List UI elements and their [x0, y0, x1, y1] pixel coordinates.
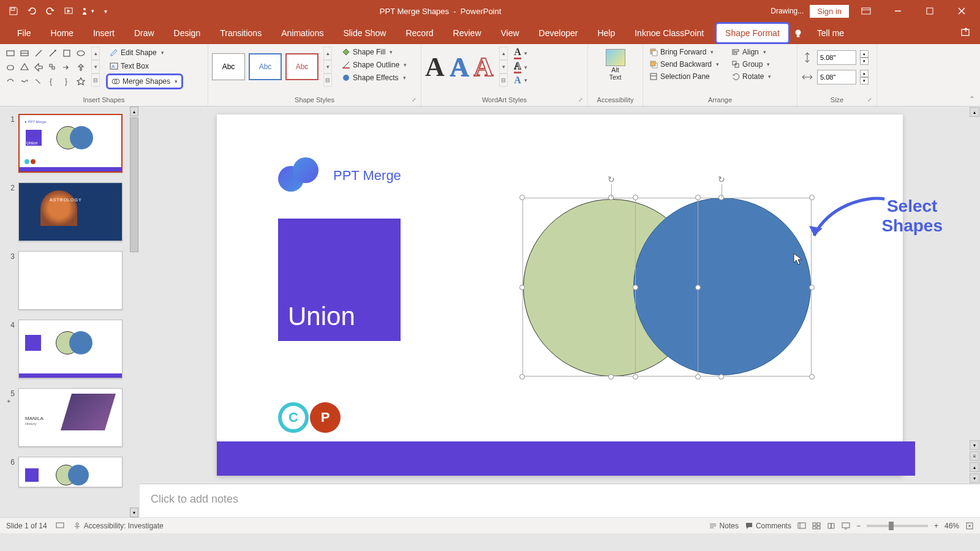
wordart-launcher-icon[interactable]: ⤢: [578, 97, 586, 104]
tab-file[interactable]: File: [9, 24, 40, 42]
tab-insert[interactable]: Insert: [85, 24, 123, 42]
group-label-arrange: Arrange: [647, 95, 793, 105]
notes-toggle[interactable]: Notes: [709, 522, 739, 530]
thumbnail-slide-2[interactable]: ASTROLOGY: [18, 182, 123, 241]
ribbon-tabs: File Home Insert Draw Design Transitions…: [0, 22, 980, 44]
thumbnail-slide-1[interactable]: ● PPT Merge Union: [18, 114, 123, 173]
redo-icon[interactable]: [42, 2, 59, 20]
annotation-arrow-icon: [805, 193, 891, 248]
zoom-in-button[interactable]: +: [934, 522, 938, 530]
thumbnail-slide-4[interactable]: [18, 320, 123, 378]
svg-rect-5: [927, 8, 933, 14]
svg-rect-43: [798, 523, 805, 528]
tab-record[interactable]: Record: [397, 24, 442, 42]
merge-shapes-button[interactable]: Merge Shapes▾: [106, 73, 183, 89]
send-backward-button[interactable]: Send Backward▾: [647, 59, 722, 70]
touch-mode-icon[interactable]: ▾: [78, 2, 96, 20]
shape-effects-button[interactable]: Shape Effects▾: [339, 72, 409, 83]
text-fill-button[interactable]: A▾: [514, 47, 527, 59]
group-accessibility: AltText Accessibility: [588, 44, 643, 106]
tab-review[interactable]: Review: [445, 24, 490, 42]
shape-gallery[interactable]: { }: [4, 47, 88, 88]
selected-shapes-group[interactable]: ↻ ↻ Select Shapes: [523, 176, 811, 365]
tab-help[interactable]: Help: [589, 24, 624, 42]
slide-canvas[interactable]: PPT Merge Union CP: [217, 114, 903, 476]
svg-rect-47: [813, 527, 816, 529]
qat: ▾ ▾: [0, 2, 114, 20]
align-button[interactable]: Align▾: [729, 47, 774, 58]
tab-design[interactable]: Design: [165, 24, 209, 42]
tab-slide-show[interactable]: Slide Show: [334, 24, 394, 42]
tab-animations[interactable]: Animations: [273, 24, 332, 42]
svg-rect-10: [962, 29, 969, 36]
slide-thumbnail-pane[interactable]: 1 ● PPT Merge Union 2 ASTROLOGY 3 4 5✦ M…: [0, 107, 140, 517]
shape-fill-button[interactable]: Shape Fill▾: [339, 47, 409, 58]
zoom-slider[interactable]: [867, 525, 928, 527]
workspace: 1 ● PPT Merge Union 2 ASTROLOGY 3 4 5✦ M…: [0, 107, 980, 517]
group-shape-styles: Abc Abc Abc ▴▾⊟ Shape Fill▾ Shape Outlin…: [208, 44, 421, 106]
height-input[interactable]: [817, 50, 856, 65]
thumbnail-slide-5[interactable]: MANILA History: [18, 388, 123, 447]
text-effects-button[interactable]: A▾: [514, 75, 527, 86]
collapse-ribbon-icon[interactable]: ⌃: [969, 95, 975, 103]
svg-rect-18: [7, 66, 13, 70]
size-launcher-icon[interactable]: ⤢: [867, 97, 875, 104]
shape-height[interactable]: ▴▾: [801, 50, 869, 65]
tab-transitions[interactable]: Transitions: [211, 24, 270, 42]
shape-gallery-more[interactable]: ▴▾⊟: [91, 47, 100, 87]
comments-button[interactable]: Comments: [745, 522, 791, 530]
shape-width[interactable]: ▴▾: [801, 70, 869, 84]
minimize-icon[interactable]: [883, 1, 913, 21]
slideshow-view-icon[interactable]: [842, 522, 850, 530]
maximize-icon[interactable]: [915, 1, 944, 21]
ribbon-display-icon[interactable]: [851, 1, 881, 21]
tab-view[interactable]: View: [492, 24, 528, 42]
edit-shape-button[interactable]: Edit Shape▾: [106, 47, 183, 59]
thumbnail-slide-6[interactable]: [18, 457, 123, 487]
share-icon[interactable]: [960, 26, 971, 40]
slide-app-icons: CP: [278, 402, 341, 433]
tab-developer[interactable]: Developer: [530, 24, 587, 42]
svg-point-8: [795, 29, 801, 35]
status-display-settings[interactable]: [56, 522, 64, 530]
zoom-level[interactable]: 46%: [944, 522, 959, 530]
width-input[interactable]: [817, 70, 856, 84]
bring-forward-button[interactable]: Bring Forward▾: [647, 47, 722, 58]
thumbnail-slide-3[interactable]: [18, 251, 123, 310]
slide-sorter-icon[interactable]: [812, 522, 821, 530]
undo-icon[interactable]: [23, 2, 40, 20]
thumbnail-scrollbar[interactable]: ▴ ▾: [129, 107, 140, 517]
selection-pane-button[interactable]: Selection Pane: [647, 71, 722, 82]
zoom-out-button[interactable]: −: [856, 522, 861, 530]
slideshow-icon[interactable]: [60, 2, 77, 20]
alt-text-button[interactable]: AltText: [600, 47, 631, 83]
normal-view-icon[interactable]: [797, 522, 806, 530]
accessibility-status[interactable]: Accessibility: Investigate: [73, 522, 164, 530]
text-outline-button[interactable]: A▾: [514, 61, 527, 73]
text-box-button[interactable]: A Text Box: [106, 60, 183, 72]
tab-inknoe-classpoint[interactable]: Inknoe ClassPoint: [626, 24, 712, 42]
tab-home[interactable]: Home: [42, 24, 82, 42]
wordart-gallery[interactable]: A A A ▴▾⊟: [425, 47, 508, 87]
svg-rect-36: [733, 61, 736, 65]
sign-in-button[interactable]: Sign in: [810, 5, 849, 18]
rotate-button[interactable]: Rotate▾: [729, 71, 774, 82]
group-button[interactable]: Group▾: [729, 59, 774, 70]
svg-rect-25: [342, 67, 350, 69]
svg-rect-28: [652, 51, 657, 56]
tab-shape-format[interactable]: Shape Format: [715, 22, 790, 44]
save-icon[interactable]: [5, 2, 22, 20]
shape-styles-launcher-icon[interactable]: ⤢: [412, 97, 419, 104]
fit-to-window-icon[interactable]: [965, 522, 974, 530]
notes-pane[interactable]: Click to add notes: [140, 484, 980, 517]
shape-outline-button[interactable]: Shape Outline▾: [339, 59, 409, 70]
tab-draw[interactable]: Draw: [126, 24, 163, 42]
shape-style-gallery[interactable]: Abc Abc Abc ▴▾⊟: [212, 47, 332, 87]
qat-customize-icon[interactable]: ▾: [97, 2, 114, 20]
rotation-handle-icon[interactable]: ↻: [606, 174, 616, 184]
vertical-scrollbar[interactable]: ▴ ▾ ≡ ▴ ▾: [969, 107, 980, 484]
tell-me-search[interactable]: Tell me: [810, 28, 851, 38]
close-icon[interactable]: [947, 1, 976, 21]
rotation-handle-icon[interactable]: ↻: [717, 174, 726, 184]
reading-view-icon[interactable]: [827, 522, 835, 530]
